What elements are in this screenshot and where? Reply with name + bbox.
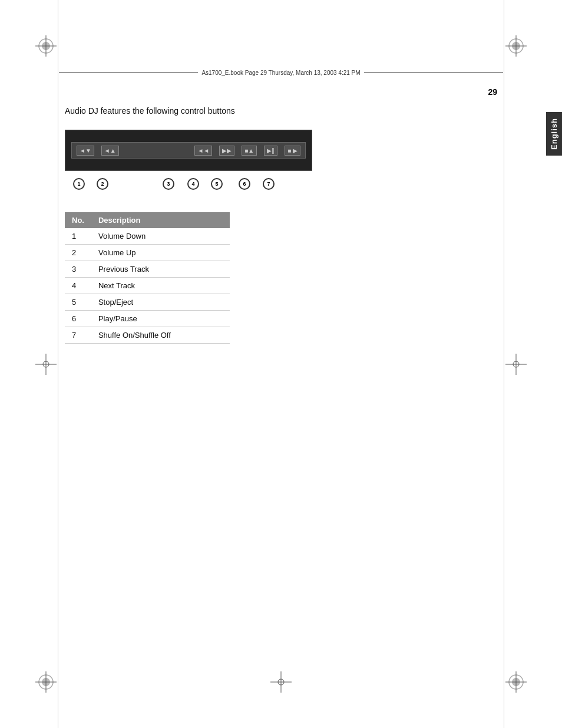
num-label-3: 3 xyxy=(163,178,174,190)
corner-mark-tr xyxy=(505,35,527,57)
num-label-4: 4 xyxy=(187,178,199,190)
header-text: As1700_E.book Page 29 Thursday, March 13… xyxy=(201,70,360,76)
num-label-1: 1 xyxy=(73,178,85,190)
ctrl-btn-3: ◄◄ xyxy=(194,146,212,156)
table-cell-desc: Next Track xyxy=(91,278,230,294)
corner-mark-tl xyxy=(35,35,57,57)
page-number: 29 xyxy=(488,87,497,97)
left-border-line xyxy=(58,0,58,728)
num-label-2: 2 xyxy=(97,178,108,190)
english-tab: English xyxy=(546,112,562,156)
table-cell-desc: Play/Pause xyxy=(91,311,230,327)
table-cell-no: 7 xyxy=(65,327,91,344)
table-cell-no: 1 xyxy=(65,228,91,245)
control-image: ◄▼ ◄▲ ◄◄ ▶▶ ■▲ ▶‖ ■ ▶ xyxy=(65,130,312,171)
table-cell-desc: Previous Track xyxy=(91,261,230,278)
num-label-7: 7 xyxy=(263,178,275,190)
table-cell-no: 5 xyxy=(65,294,91,311)
table-cell-desc: Volume Down xyxy=(91,228,230,245)
main-content: Audio DJ features the following control … xyxy=(65,106,491,344)
control-bar: ◄▼ ◄▲ ◄◄ ▶▶ ■▲ ▶‖ ■ ▶ xyxy=(71,142,306,159)
controls-table: No. Description 1Volume Down2Volume Up3P… xyxy=(65,212,230,344)
table-cell-no: 3 xyxy=(65,261,91,278)
mid-mark-left xyxy=(35,354,57,375)
num-label-5: 5 xyxy=(211,178,223,190)
right-border-line xyxy=(504,0,504,728)
table-cell-desc: Shuffe On/Shuffle Off xyxy=(91,327,230,344)
col-header-no: No. xyxy=(65,212,91,228)
mid-mark-right xyxy=(505,354,527,375)
table-row: 5Stop/Eject xyxy=(65,294,230,311)
col-header-desc: Description xyxy=(91,212,230,228)
table-row: 4Next Track xyxy=(65,278,230,294)
table-cell-no: 2 xyxy=(65,245,91,261)
ctrl-btn-5: ■▲ xyxy=(242,146,257,156)
table-cell-no: 6 xyxy=(65,311,91,327)
table-cell-desc: Stop/Eject xyxy=(91,294,230,311)
ctrl-btn-6: ▶‖ xyxy=(264,146,277,156)
table-row: 2Volume Up xyxy=(65,245,230,261)
table-cell-desc: Volume Up xyxy=(91,245,230,261)
control-numbers-row: 1 2 3 4 5 6 7 xyxy=(65,176,312,195)
ctrl-btn-4: ▶▶ xyxy=(219,146,234,156)
header-line-right xyxy=(364,73,503,73)
ctrl-btn-1: ◄▼ xyxy=(77,146,94,156)
table-row: 1Volume Down xyxy=(65,228,230,245)
corner-mark-br xyxy=(505,671,527,693)
page-header: As1700_E.book Page 29 Thursday, March 13… xyxy=(59,70,503,76)
section-heading: Audio DJ features the following control … xyxy=(65,106,491,116)
table-row: 3Previous Track xyxy=(65,261,230,278)
table-row: 7Shuffe On/Shuffle Off xyxy=(65,327,230,344)
table-cell-no: 4 xyxy=(65,278,91,294)
corner-mark-bl xyxy=(35,671,57,693)
num-label-6: 6 xyxy=(239,178,250,190)
bottom-mid-mark xyxy=(270,671,292,693)
header-line-left xyxy=(59,73,198,73)
table-row: 6Play/Pause xyxy=(65,311,230,327)
ctrl-btn-7: ■ ▶ xyxy=(285,146,300,156)
ctrl-btn-2: ◄▲ xyxy=(101,146,119,156)
